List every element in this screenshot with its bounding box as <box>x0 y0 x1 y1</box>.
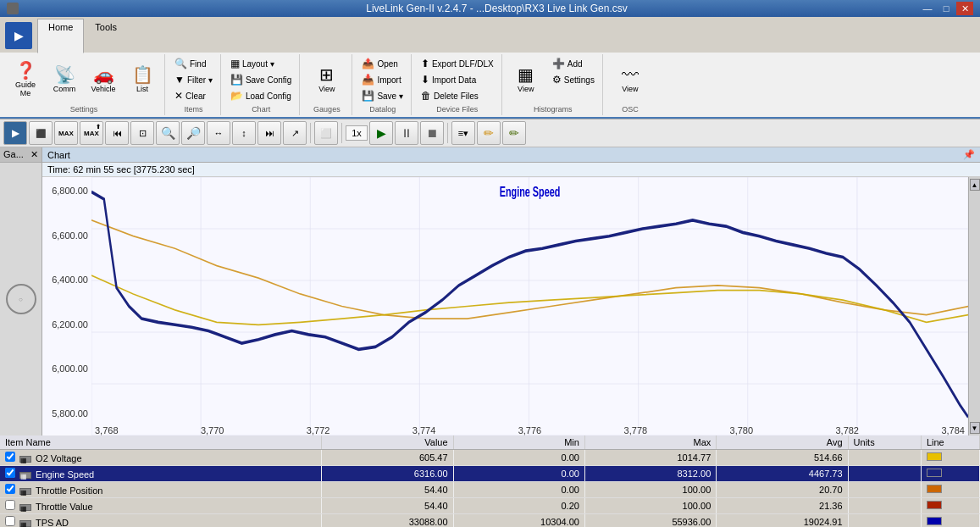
x-label-5: 3,778 <box>624 425 648 435</box>
x-label-2: 3,772 <box>307 425 330 435</box>
row-checkbox[interactable] <box>5 452 15 462</box>
main-area: Ga... ✕ ○ Chart 📌 Time: 62 min 55 sec [3… <box>0 147 980 435</box>
gauges-view-button[interactable]: ⊞ View <box>308 56 346 103</box>
filter-button[interactable]: ▼ Filter ▾ <box>170 72 217 87</box>
app-menu-button[interactable]: ▶ <box>5 22 32 49</box>
chart-plot-area[interactable]: Engine Speed 3,768 3,770 3,772 3,774 3,7… <box>91 177 968 435</box>
minimize-button[interactable]: — <box>919 2 936 15</box>
ribbon-group-settings: ❓ GuideMe 📡 Comm 🚗 Vehicle 📋 List Settin… <box>3 54 165 115</box>
close-button[interactable]: ✕ <box>956 2 973 15</box>
ribbon-group-osc: 〰 View OSC <box>605 54 656 115</box>
scroll-up-btn[interactable]: ▲ <box>970 179 980 191</box>
row-checkbox[interactable] <box>5 468 15 478</box>
cell-units <box>848 514 921 528</box>
add-histogram-button[interactable]: ➕ Add <box>548 56 599 71</box>
chart-header: Chart 📌 <box>42 147 980 163</box>
table-row[interactable]: ▦ TPS AD 33088.00 10304.00 55936.00 1902… <box>0 514 980 528</box>
save-config-button[interactable]: 💾 Save Config <box>226 72 296 87</box>
x-label-8: 3,784 <box>941 425 965 435</box>
toolbar-btn-scroll-h[interactable]: ↔ <box>207 121 230 145</box>
cell-line-color <box>921 498 979 514</box>
guide-me-button[interactable]: ❓ GuideMe <box>7 56 44 103</box>
toolbar-btn-zoom-fit[interactable]: ⊡ <box>130 121 154 145</box>
ribbon-group-datalog: 📤 Open 📥 Import 💾 Save ▾ Datalog <box>354 54 412 115</box>
toolbar: ▶ ⬛ MAX MAX ⬆ ⏮ ⊡ 🔍 🔎 ↔ ↕ ⏭ ↗ ⬜ 1x ▶ ⏸ ⏹… <box>0 119 980 147</box>
table-row[interactable]: ▦ Throttle Position 54.40 0.00 100.00 20… <box>0 482 980 498</box>
export-dlf-button[interactable]: ⬆ Export DLF/DLX <box>417 56 498 71</box>
clear-button[interactable]: ✕ Clear <box>170 88 217 103</box>
cell-avg: 21.36 <box>717 498 848 514</box>
clear-icon: ✕ <box>174 90 183 102</box>
gauges-view-label: View <box>318 85 335 93</box>
open-button[interactable]: 📤 Open <box>357 56 407 71</box>
find-button[interactable]: 🔍 Find <box>170 56 217 71</box>
line-color-swatch <box>927 469 942 477</box>
histogram-settings-button[interactable]: ⚙ Settings <box>548 72 599 87</box>
chart-pin-icon: 📌 <box>963 149 975 160</box>
export-dlf-icon: ⬆ <box>421 58 429 69</box>
import-icon: 📥 <box>362 74 374 86</box>
toolbar-btn-pen1[interactable]: ✏ <box>477 121 501 145</box>
table-row[interactable]: ▦ Engine Speed 6316.00 0.00 8312.00 4467… <box>0 466 980 482</box>
delete-files-button[interactable]: 🗑 Delete Files <box>417 88 498 103</box>
toolbar-btn-1[interactable]: ⬛ <box>29 121 53 145</box>
gauge-panel-close[interactable]: ✕ <box>30 149 38 160</box>
col-line: Line <box>921 435 979 450</box>
toolbar-btn-menu[interactable]: ≡▾ <box>451 121 475 145</box>
scroll-down-btn[interactable]: ▼ <box>970 422 980 434</box>
y-label-1: 6,600.00 <box>42 230 88 241</box>
tab-home[interactable]: Home <box>37 19 84 53</box>
toolbar-separator-3 <box>447 123 448 143</box>
histograms-view-button[interactable]: ▦ View <box>507 56 545 103</box>
tab-tools[interactable]: Tools <box>84 19 128 53</box>
toolbar-btn-pen2[interactable]: ✏ <box>502 121 526 145</box>
chart-area: 6,800.00 6,600.00 6,400.00 6,200.00 6,00… <box>42 177 980 435</box>
load-config-button[interactable]: 📂 Load Config <box>226 88 296 103</box>
toolbar-btn-cursor[interactable]: ↗ <box>283 121 307 145</box>
chart-right-scrollbar: ▲ ▼ <box>968 177 980 435</box>
svg-rect-0 <box>91 177 968 435</box>
layout-button[interactable]: ▦ Layout ▾ <box>226 56 296 71</box>
vehicle-button[interactable]: 🚗 Vehicle <box>85 56 122 103</box>
save-button[interactable]: 💾 Save ▾ <box>357 88 407 103</box>
osc-view-button[interactable]: 〰 View <box>612 56 649 103</box>
list-button[interactable]: 📋 List <box>124 56 161 103</box>
layout-icon: ▦ <box>230 58 240 69</box>
toolbar-btn-zoom-out[interactable]: 🔍 <box>156 121 180 145</box>
chart-group-label: Chart <box>252 105 270 114</box>
maximize-button[interactable]: □ <box>938 2 955 15</box>
cell-value: 33088.00 <box>322 514 453 528</box>
toolbar-app-btn[interactable]: ▶ <box>3 121 27 145</box>
table-row[interactable]: ▦ Throttle Value 54.40 0.20 100.00 21.36 <box>0 498 980 514</box>
col-min: Min <box>453 435 584 450</box>
row-checkbox[interactable] <box>5 484 15 494</box>
histograms-view-label: View <box>518 85 534 93</box>
play-button[interactable]: ▶ <box>369 121 393 145</box>
row-checkbox[interactable] <box>5 500 15 510</box>
toolbar-btn-prev-prev[interactable]: ⏮ <box>105 121 129 145</box>
toolbar-btn-zoom-in[interactable]: 🔎 <box>181 121 205 145</box>
save-config-icon: 💾 <box>230 74 243 86</box>
gauge-circle-1: ○ <box>6 284 36 314</box>
items-group-label: Items <box>184 105 202 114</box>
y-label-2: 6,400.00 <box>42 275 88 285</box>
stop-button[interactable]: ⏹ <box>420 121 444 145</box>
toolbar-btn-max1[interactable]: MAX <box>54 121 78 145</box>
cell-value: 54.40 <box>322 498 453 514</box>
vehicle-label: Vehicle <box>91 85 115 93</box>
pause-button[interactable]: ⏸ <box>395 121 418 145</box>
table-row[interactable]: ▦ O2 Voltage 605.47 0.00 1014.77 514.66 <box>0 450 980 466</box>
toolbar-btn-scroll-v[interactable]: ↕ <box>232 121 256 145</box>
cell-min: 0.00 <box>453 450 584 466</box>
x-label-0: 3,768 <box>95 425 119 435</box>
import-data-button[interactable]: ⬇ Import Data <box>417 72 498 87</box>
window-title: LiveLink Gen-II v.2.4.7 - ...Desktop\RX3… <box>75 3 919 14</box>
x-label-4: 3,776 <box>518 425 542 435</box>
toolbar-btn-max2[interactable]: MAX ⬆ <box>80 121 103 145</box>
comm-button[interactable]: 📡 Comm <box>46 56 83 103</box>
cell-max: 100.00 <box>584 498 716 514</box>
toolbar-btn-next[interactable]: ⏭ <box>257 121 281 145</box>
import-button[interactable]: 📥 Import <box>357 72 407 87</box>
toolbar-btn-select[interactable]: ⬜ <box>314 121 338 145</box>
row-checkbox[interactable] <box>5 516 15 526</box>
